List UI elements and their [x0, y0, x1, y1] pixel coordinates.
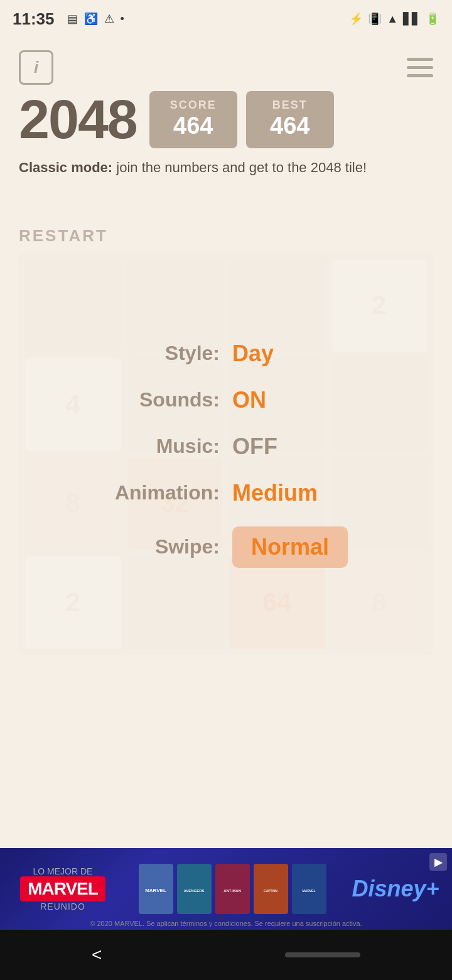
- ad-legal-text: © 2020 MARVEL. Se aplican términos y con…: [0, 920, 452, 927]
- ad-content: LO MEJOR DE MARVEL REUNIDO MARVEL AVENGE…: [0, 864, 452, 914]
- disney-plus-sign: +: [426, 876, 439, 901]
- vibrate-icon: 📳: [368, 12, 382, 26]
- battery-icon: 🔋: [426, 12, 439, 26]
- best-value: 464: [261, 112, 319, 141]
- status-time: 11:35: [13, 9, 55, 29]
- score-value: 464: [164, 112, 222, 141]
- title-score-area: 2048 SCORE 464 BEST 464: [0, 91, 452, 155]
- movie-thumb-5: MARVEL: [292, 864, 326, 914]
- svg-text:AVENGERS: AVENGERS: [183, 889, 204, 893]
- sounds-label: Sounds:: [44, 388, 220, 411]
- setting-swipe-row[interactable]: Swipe: Normal: [44, 526, 408, 568]
- score-label: SCORE: [164, 99, 222, 112]
- style-label: Style:: [44, 342, 220, 365]
- marvel-brand: MARVEL: [20, 876, 105, 901]
- ad-top-text: LO MEJOR DE: [33, 866, 93, 876]
- svg-text:MARVEL: MARVEL: [302, 889, 315, 893]
- bottom-spacer: [0, 655, 452, 848]
- marvel-logo-area: LO MEJOR DE MARVEL REUNIDO: [6, 866, 119, 912]
- sounds-value: ON: [232, 387, 266, 413]
- restart-label[interactable]: RESTART: [0, 226, 452, 253]
- signal-icon: ▋▋: [403, 12, 421, 26]
- setting-sounds-row[interactable]: Sounds: ON: [44, 387, 408, 413]
- mode-label: Classic mode:: [19, 160, 112, 175]
- ad-banner[interactable]: LO MEJOR DE MARVEL REUNIDO MARVEL AVENGE…: [0, 848, 452, 930]
- wifi-icon: ▲: [387, 13, 398, 26]
- info-button[interactable]: i: [19, 50, 53, 85]
- score-boxes: SCORE 464 BEST 464: [149, 91, 334, 148]
- best-box: BEST 464: [246, 91, 334, 148]
- game-title: 2048: [19, 92, 137, 147]
- svg-text:ANT-MAN: ANT-MAN: [223, 889, 241, 893]
- animation-value: Medium: [232, 480, 318, 506]
- nav-bar: <: [0, 930, 452, 980]
- music-label: Music:: [44, 435, 220, 458]
- subtitle-text: join the numbers and get to the 2048 til…: [112, 160, 367, 175]
- music-value: OFF: [232, 433, 277, 460]
- sim-icon: ▤: [67, 12, 78, 26]
- settings-overlay: Style: Day Sounds: ON Music: OFF Animati…: [19, 253, 433, 655]
- svg-text:MARVEL: MARVEL: [145, 888, 166, 893]
- dot-icon: •: [121, 13, 124, 26]
- swipe-value[interactable]: Normal: [232, 526, 348, 568]
- movie-thumb-1: MARVEL: [139, 864, 173, 914]
- disney-logo-area: Disney+: [345, 876, 446, 902]
- movie-thumb-2: AVENGERS: [177, 864, 212, 914]
- score-box: SCORE 464: [149, 91, 237, 148]
- movie-thumb-4: CAPTAIN: [254, 864, 288, 914]
- swipe-label: Swipe:: [44, 535, 220, 558]
- setting-style-row[interactable]: Style: Day: [44, 340, 408, 367]
- animation-label: Animation:: [44, 481, 220, 504]
- game-board[interactable]: 2 4 8 32 2 64 8 Style: Day Sounds: ON Mu…: [19, 253, 433, 655]
- warning-icon: ⚠: [104, 12, 114, 26]
- back-button[interactable]: <: [92, 945, 102, 965]
- movie-thumb-3: ANT-MAN: [215, 864, 250, 914]
- nav-pill: [285, 952, 360, 957]
- menu-button[interactable]: [407, 58, 433, 77]
- status-bar: 11:35 ▤ ♿ ⚠ • ⚡ 📳 ▲ ▋▋ 🔋: [0, 0, 452, 38]
- disney-plus-logo: Disney+: [352, 876, 439, 902]
- setting-music-row[interactable]: Music: OFF: [44, 433, 408, 460]
- style-value: Day: [232, 340, 274, 367]
- ad-skip-button[interactable]: ▶: [429, 853, 447, 871]
- subtitle: Classic mode: join the numbers and get t…: [0, 155, 452, 188]
- disney-text: Disney: [352, 876, 426, 901]
- svg-text:CAPTAIN: CAPTAIN: [264, 889, 277, 893]
- ad-movies: MARVEL AVENGERS ANT-MAN CAPTAIN MARVEL: [119, 864, 345, 914]
- bluetooth-icon: ⚡: [349, 12, 363, 26]
- best-label: BEST: [261, 99, 319, 112]
- ad-sub: REUNIDO: [40, 901, 85, 912]
- setting-animation-row[interactable]: Animation: Medium: [44, 480, 408, 506]
- app-header: i: [0, 38, 452, 91]
- accessibility-icon: ♿: [84, 12, 98, 26]
